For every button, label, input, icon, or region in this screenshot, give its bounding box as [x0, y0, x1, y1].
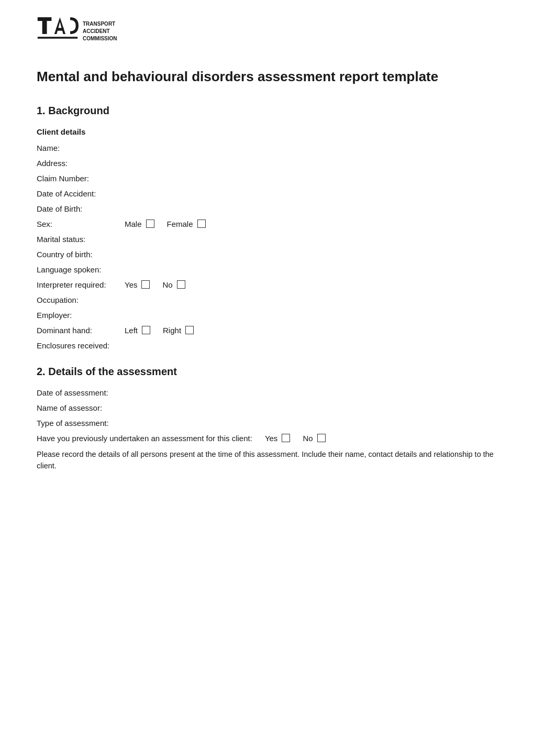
svg-rect-1	[42, 21, 47, 34]
previously-assessed-label: Have you previously undertaken an assess…	[37, 434, 252, 443]
svg-rect-4	[38, 37, 77, 39]
left-hand-label: Left	[125, 326, 138, 335]
female-label: Female	[167, 220, 193, 228]
left-hand-checkbox[interactable]	[142, 326, 150, 334]
right-hand-checkbox[interactable]	[185, 326, 194, 334]
name-assessor-row: Name of assessor:	[37, 403, 497, 412]
address-row: Address:	[37, 159, 497, 168]
occupation-label: Occupation:	[37, 295, 120, 304]
female-checkbox[interactable]	[197, 220, 206, 228]
marital-status-label: Marital status:	[37, 235, 120, 244]
interpreter-row: Interpreter required: Yes No	[37, 280, 497, 289]
dominant-hand-options: Left Right	[125, 326, 194, 335]
previously-assessed-row: Have you previously undertaken an assess…	[37, 434, 497, 443]
date-assessment-row: Date of assessment:	[37, 388, 497, 397]
tac-logo-icon	[37, 16, 79, 47]
occupation-row: Occupation:	[37, 295, 497, 304]
right-hand-label: Right	[163, 326, 181, 335]
date-accident-row: Date of Accident:	[37, 189, 497, 198]
persons-present-paragraph: Please record the details of all persons…	[37, 449, 497, 472]
type-assessment-label: Type of assessment:	[37, 419, 120, 428]
male-checkbox[interactable]	[146, 220, 154, 228]
dominant-hand-label: Dominant hand:	[37, 326, 120, 335]
section-background: 1. Background Client details Name: Addre…	[37, 105, 497, 350]
prev-no-checkbox[interactable]	[317, 434, 326, 442]
address-label: Address:	[37, 159, 120, 168]
section-2-title: 2. Details of the assessment	[37, 366, 497, 378]
interpreter-yes-label: Yes	[125, 280, 137, 289]
page-title: Mental and behavioural disorders assessm…	[37, 68, 497, 86]
interpreter-no-label: No	[162, 280, 172, 289]
logo-text: TRANSPORT ACCIDENT COMMISSION	[83, 20, 117, 42]
page-header: TRANSPORT ACCIDENT COMMISSION	[37, 16, 497, 47]
interpreter-label: Interpreter required:	[37, 280, 120, 289]
sex-label: Sex:	[37, 220, 120, 228]
svg-rect-0	[38, 17, 52, 21]
section-1-title: 1. Background	[37, 105, 497, 117]
prev-yes-label: Yes	[265, 434, 277, 443]
claim-number-row: Claim Number:	[37, 174, 497, 183]
client-details-subtitle: Client details	[37, 127, 497, 136]
name-label: Name:	[37, 144, 120, 152]
name-row: Name:	[37, 144, 497, 152]
sex-row: Sex: Male Female	[37, 220, 497, 228]
date-accident-label: Date of Accident:	[37, 189, 120, 198]
sex-options: Male Female	[125, 220, 206, 228]
prev-no-label: No	[303, 434, 313, 443]
prev-yes-checkbox[interactable]	[282, 434, 290, 442]
marital-status-row: Marital status:	[37, 235, 497, 244]
interpreter-options: Yes No	[125, 280, 185, 289]
date-birth-label: Date of Birth:	[37, 204, 120, 213]
enclosures-label: Enclosures received:	[37, 341, 120, 350]
interpreter-no-checkbox[interactable]	[177, 280, 185, 289]
date-birth-row: Date of Birth:	[37, 204, 497, 213]
interpreter-yes-checkbox[interactable]	[141, 280, 150, 289]
male-label: Male	[125, 220, 142, 228]
language-row: Language spoken:	[37, 265, 497, 274]
type-assessment-row: Type of assessment:	[37, 419, 497, 428]
employer-label: Employer:	[37, 311, 120, 320]
date-assessment-label: Date of assessment:	[37, 388, 120, 397]
svg-rect-3	[56, 28, 63, 30]
dominant-hand-row: Dominant hand: Left Right	[37, 326, 497, 335]
previously-assessed-options: Yes No	[265, 434, 326, 443]
enclosures-row: Enclosures received:	[37, 341, 497, 350]
section-assessment-details: 2. Details of the assessment Date of ass…	[37, 366, 497, 472]
language-label: Language spoken:	[37, 265, 120, 274]
country-birth-label: Country of birth:	[37, 250, 120, 259]
employer-row: Employer:	[37, 311, 497, 320]
claim-number-label: Claim Number:	[37, 174, 120, 183]
svg-marker-2	[54, 17, 65, 34]
country-birth-row: Country of birth:	[37, 250, 497, 259]
name-assessor-label: Name of assessor:	[37, 403, 120, 412]
logo-container: TRANSPORT ACCIDENT COMMISSION	[37, 16, 117, 47]
